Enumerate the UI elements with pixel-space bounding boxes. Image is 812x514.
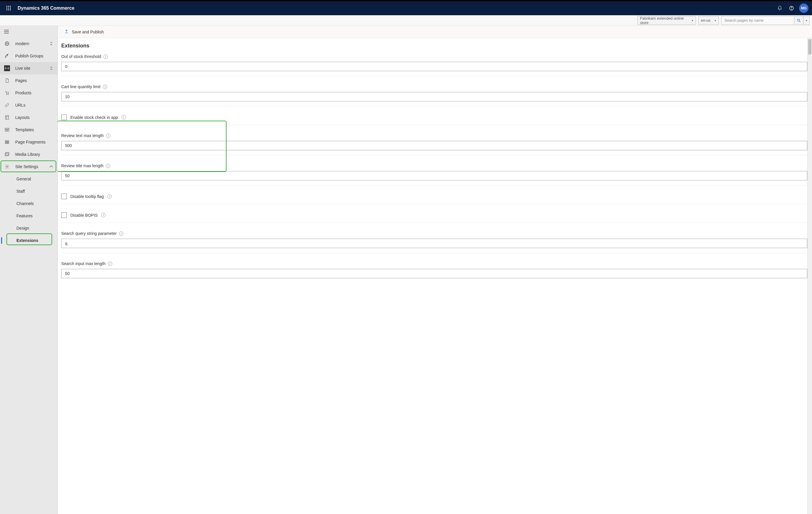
sidebar-item-urls[interactable]: URLs [0, 99, 57, 111]
sidebar-sub-extensions[interactable]: Extensions [0, 234, 57, 247]
sidebar-sub-general[interactable]: General [0, 173, 57, 185]
svg-rect-1 [8, 6, 9, 7]
out-of-stock-input[interactable] [61, 62, 807, 71]
sidebar-item-label: Templates [15, 127, 53, 132]
review-title-max-input[interactable] [61, 171, 807, 180]
search-query-input[interactable] [61, 239, 807, 248]
svg-rect-0 [6, 6, 7, 7]
info-icon[interactable]: i [106, 164, 110, 168]
save-publish-button[interactable]: Save and Publish [72, 30, 104, 34]
info-icon[interactable]: i [107, 194, 112, 199]
store-selector[interactable]: Fabrikam extended online store ▾ [637, 16, 696, 25]
sidebar-sub-label: Design [17, 226, 29, 231]
scrollbar[interactable] [807, 38, 812, 514]
field-review-text-max: Review text max length i [61, 133, 807, 155]
action-toolbar: Save and Publish [58, 26, 812, 38]
sidebar-item-label: Products [15, 91, 53, 95]
page-title: Extensions [61, 43, 807, 49]
sidebar-sub-staff[interactable]: Staff [0, 185, 57, 198]
sidebar-sub-label: Features [17, 213, 32, 218]
svg-rect-6 [6, 9, 7, 10]
sidebar-item-label: URLs [15, 103, 53, 108]
field-label: Review text max length [61, 133, 104, 138]
updown-icon [49, 66, 53, 70]
search-input[interactable] [721, 16, 794, 25]
sub-header: Fabrikam extended online store ▾ en-us ▾… [0, 15, 812, 26]
svg-point-22 [8, 94, 8, 95]
waffle-icon[interactable] [3, 3, 14, 13]
review-text-max-input[interactable] [61, 141, 807, 150]
disable-tooltip-checkbox[interactable] [61, 193, 67, 199]
svg-rect-31 [7, 141, 8, 142]
svg-rect-30 [6, 141, 7, 142]
sidebar-item-pages[interactable]: Pages [0, 74, 57, 87]
svg-rect-27 [5, 130, 7, 131]
avatar[interactable]: MG [799, 3, 809, 13]
svg-line-12 [800, 21, 801, 22]
fragment-icon [4, 139, 10, 145]
info-icon[interactable]: i [103, 85, 107, 89]
info-icon[interactable]: i [108, 262, 112, 266]
sidebar-item-layouts[interactable]: Layouts [0, 111, 57, 124]
sidebar-item-modern[interactable]: modern [0, 37, 57, 50]
sidebar-item-label: Live site [15, 66, 44, 70]
svg-rect-28 [7, 130, 9, 131]
info-icon[interactable]: i [119, 231, 123, 236]
help-icon[interactable] [786, 1, 798, 15]
field-label: Enable stock check in app [70, 115, 118, 120]
search-dropdown[interactable]: ▾ [803, 16, 810, 25]
disable-bopis-checkbox[interactable] [61, 212, 67, 218]
info-icon[interactable]: i [101, 213, 106, 217]
link-icon [4, 102, 10, 108]
svg-rect-23 [6, 115, 9, 119]
field-disable-tooltip: Disable tooltip flag i [61, 193, 807, 204]
chevron-up-icon [49, 165, 53, 168]
upload-icon [64, 29, 69, 35]
sidebar-item-media-library[interactable]: Media Library [0, 148, 57, 160]
app-header: Dynamics 365 Commerce MG [0, 1, 812, 15]
page-search: ▾ [721, 16, 810, 25]
info-icon[interactable]: i [106, 133, 111, 138]
main-content: Save and Publish Extensions Out of stock… [58, 26, 812, 514]
page-icon [4, 78, 10, 84]
sidebar-sub-channels[interactable]: Channels [0, 198, 57, 210]
search-input-max-input[interactable] [61, 269, 807, 278]
sidebar-item-live-site[interactable]: Live site [0, 62, 57, 74]
chevron-down-icon: ▾ [692, 19, 693, 22]
sidebar-item-templates[interactable]: Templates [0, 124, 57, 136]
sidebar-sub-design[interactable]: Design [0, 222, 57, 234]
sidebar-item-publish-groups[interactable]: Publish Groups [0, 50, 57, 62]
sidebar-item-label: modern [15, 41, 44, 46]
svg-point-10 [791, 9, 792, 9]
broadcast-icon [4, 65, 10, 71]
enable-stock-checkbox[interactable] [61, 115, 67, 120]
field-label: Cart line quantity limit [61, 84, 100, 89]
sidebar-sub-features[interactable]: Features [0, 210, 57, 222]
info-icon[interactable]: i [104, 55, 108, 59]
chevron-down-icon: ▾ [715, 19, 716, 22]
search-button[interactable] [794, 16, 803, 25]
sidebar-item-label: Page Fragments [15, 140, 53, 144]
svg-rect-3 [6, 8, 7, 8]
locale-selector[interactable]: en-us ▾ [698, 16, 719, 25]
sidebar-item-label: Media Library [15, 152, 53, 157]
field-label: Search input max length [61, 261, 106, 266]
store-selector-label: Fabrikam extended online store [640, 16, 692, 25]
sidebar-toggle[interactable] [0, 26, 57, 37]
scrollbar-thumb[interactable] [808, 39, 811, 55]
info-icon[interactable]: i [122, 115, 126, 120]
svg-point-20 [7, 68, 8, 69]
cart-line-input[interactable] [61, 92, 807, 101]
field-disable-bopis: Disable BOPIS i [61, 212, 807, 223]
notifications-icon[interactable] [774, 1, 786, 15]
field-out-of-stock: Out of stock threshold i [61, 54, 807, 76]
field-review-title-max: Review title max length i [61, 163, 807, 185]
chevron-down-icon: ▾ [806, 19, 807, 22]
sidebar-item-site-settings[interactable]: Site Settings [0, 160, 57, 173]
svg-rect-2 [10, 6, 11, 7]
svg-rect-26 [5, 128, 9, 129]
sidebar-item-products[interactable]: Products [0, 87, 57, 99]
sidebar-item-page-fragments[interactable]: Page Fragments [0, 136, 57, 148]
globe-icon [4, 41, 10, 47]
sidebar: modern Publish Groups Live site Pa [0, 26, 58, 514]
